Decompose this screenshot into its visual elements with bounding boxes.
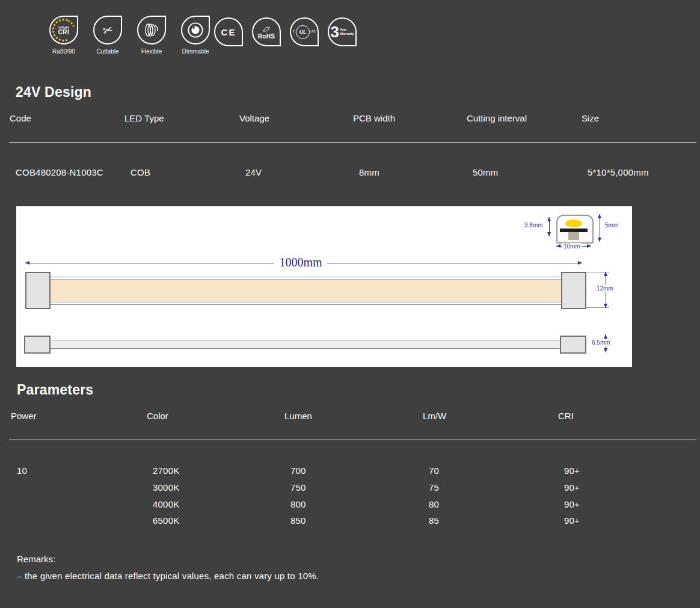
col-pcb-width: PCB width	[353, 113, 467, 123]
strip-front-endcap-left	[25, 272, 51, 309]
value-voltage: 24V	[239, 167, 353, 177]
cross-section-led	[565, 220, 582, 227]
value-cri: 90+	[558, 482, 696, 493]
strip-front-body	[26, 277, 585, 305]
strip-side-endcap-right	[560, 336, 586, 354]
warranty-number: 3	[330, 24, 339, 40]
design-table-header: Code LED Type Voltage PCB width Cutting …	[10, 113, 695, 123]
value-lmw: 80	[423, 499, 558, 509]
value-led-type: COB	[124, 167, 239, 177]
col-lmw: Lm/W	[423, 411, 558, 421]
value-code: COB480208-N1003C	[10, 167, 124, 177]
value-cri: 90+	[558, 499, 696, 509]
value-power: 10	[11, 465, 147, 476]
col-power: Power	[11, 411, 147, 421]
badge-cuttable: ✂ Cuttable	[90, 16, 126, 55]
badge-label-cuttable: Cuttable	[90, 48, 126, 55]
warranty-badge: 3 Year Warranty	[328, 17, 357, 46]
cert-badges-row: CE RoHS c UL US 3 Year Warranty	[214, 17, 357, 46]
warranty-word: Warranty	[340, 32, 354, 36]
value-color: 2700K	[147, 465, 284, 476]
feature-badges-row: HIGH CRI Ra80/90 ✂ Cuttable Flexible	[46, 16, 213, 55]
ul-label: UL	[296, 25, 310, 39]
strip-side-endcap-left	[24, 336, 51, 354]
ul-us-label: US	[310, 29, 315, 33]
rohs-badge: RoHS	[252, 17, 281, 46]
value-lumen: 700	[284, 465, 423, 476]
dim-label-12mm: 12mm	[595, 285, 615, 292]
badge-dimmable: Dimmable	[177, 16, 213, 55]
badge-label-flexible: Flexible	[134, 48, 170, 55]
value-cri: 90+	[558, 465, 696, 476]
design-section-title: 24V Design	[16, 84, 91, 100]
col-size: Size	[582, 113, 695, 123]
ce-badge: CE	[214, 17, 243, 46]
remarks-title: Remarks:	[17, 554, 55, 564]
ul-badge: c UL US	[290, 17, 319, 46]
col-code: Code	[10, 113, 124, 123]
table-row: 6500K 850 85 90+	[11, 512, 696, 529]
dim-line-3-8mm	[549, 217, 550, 236]
badge-label-dimmable: Dimmable	[177, 48, 213, 55]
col-voltage: Voltage	[239, 113, 353, 123]
strip-front-fill	[27, 279, 585, 302]
value-cutting-interval: 50mm	[467, 167, 582, 177]
parameters-table-body: 10 2700K 700 70 90+ 3000K 750 75 90+ 400…	[11, 462, 696, 529]
value-size: 5*10*5,000mm	[582, 167, 695, 177]
design-table-divider	[9, 142, 696, 143]
badge-label-ra: Ra80/90	[46, 48, 82, 55]
table-row: 10 2700K 700 70 90+	[11, 462, 696, 479]
design-table-row: COB480208-N1003C COB 24V 8mm 50mm 5*10*5…	[10, 167, 695, 177]
dimension-diagram: 3.8mm 5mm 10mm 1000mm 12mm 6.5mm	[16, 206, 632, 367]
coil-icon	[137, 16, 166, 45]
parameters-table-divider	[9, 440, 696, 440]
cross-section-tube	[556, 215, 594, 244]
cross-section-base	[568, 232, 579, 240]
value-lumen: 800	[284, 499, 423, 509]
value-lmw: 75	[423, 482, 558, 493]
table-row: 4000K 800 80 90+	[11, 496, 696, 512]
table-row: 3000K 750 75 90+	[11, 479, 696, 496]
col-cutting-interval: Cutting interval	[467, 113, 582, 123]
dim-line-5mm	[600, 214, 600, 242]
scissors-icon: ✂	[93, 16, 122, 45]
value-color: 6500K	[147, 515, 284, 526]
dimmer-knob-icon	[181, 16, 210, 45]
value-pcb-width: 8mm	[353, 167, 467, 177]
cri-line2: CRI	[58, 29, 70, 35]
value-color: 3000K	[147, 482, 284, 493]
strip-front-endcap-right	[561, 272, 586, 309]
dim-label-1000mm: 1000mm	[274, 256, 327, 269]
value-lumen: 750	[284, 482, 423, 493]
badge-high-cri: HIGH CRI Ra80/90	[46, 16, 82, 55]
parameters-section-title: Parameters	[17, 382, 93, 398]
value-color: 4000K	[147, 499, 284, 509]
warranty-year: Year	[340, 28, 354, 32]
rohs-label: RoHS	[258, 34, 275, 40]
dim-label-6-5mm: 6.5mm	[591, 339, 612, 346]
col-led-type: LED Type	[124, 113, 239, 123]
high-cri-icon: HIGH CRI	[49, 16, 78, 45]
col-color: Color	[147, 411, 284, 421]
remarks-line: – the given electrical data reflect typi…	[17, 571, 319, 581]
dim-label-10mm: 10mm	[562, 243, 582, 250]
ce-label: CE	[221, 27, 236, 37]
ul-c-label: c	[293, 29, 296, 33]
value-lmw: 85	[423, 515, 558, 526]
value-lumen: 850	[284, 515, 423, 526]
value-lmw: 70	[423, 465, 558, 476]
parameters-table-header: Power Color Lumen Lm/W CRI	[11, 411, 696, 421]
dim-label-5mm: 5mm	[604, 222, 619, 229]
col-cri: CRI	[558, 411, 696, 421]
dim-label-3-8mm: 3.8mm	[523, 222, 544, 229]
badge-flexible: Flexible	[134, 16, 170, 55]
value-cri: 90+	[558, 515, 696, 526]
col-lumen: Lumen	[284, 411, 423, 421]
leaf-icon	[263, 26, 270, 32]
strip-side-body	[26, 340, 585, 349]
